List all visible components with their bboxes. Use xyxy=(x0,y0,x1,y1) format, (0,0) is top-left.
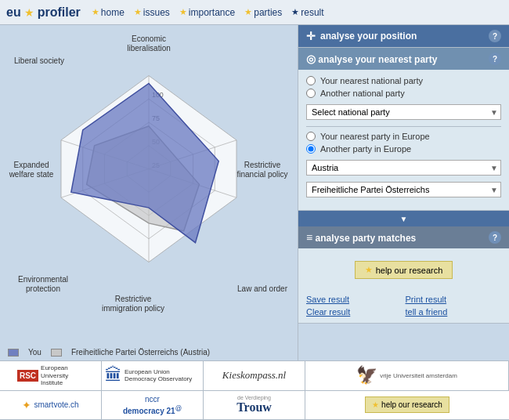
rsc-text: European University Institute xyxy=(41,364,84,387)
save-result-link[interactable]: Save result xyxy=(306,295,403,304)
radio-europe-nearest[interactable]: Your nearest party in Europe xyxy=(306,132,501,141)
radar-svg: 100 75 50 25 xyxy=(8,33,290,313)
legend-you-label: You xyxy=(28,348,42,357)
footer-trouw: de Verdieping Trouw xyxy=(204,391,305,420)
header: eu ★ profiler ★home ★issues ★importance … xyxy=(0,0,509,25)
footer-eudo: 🏛 European Union Democracy Observatory xyxy=(102,361,204,391)
nav-star-issues: ★ xyxy=(134,7,142,17)
national-party-group: Your nearest national party Another nati… xyxy=(306,76,501,98)
legend-you-box xyxy=(8,349,19,357)
footer-kieskompass: Kieskompass.nl xyxy=(204,361,305,391)
kieskompass-logo: Kieskompass.nl xyxy=(222,369,286,382)
legend-party-label: Freiheitliche Partei Österreichs (Austri… xyxy=(71,348,210,357)
radio-europe-another[interactable]: Another party in Europe xyxy=(306,144,501,154)
analyse-nearest-help[interactable]: ? xyxy=(489,52,501,65)
radio-europe-another-input[interactable] xyxy=(306,144,316,154)
rsc-logo: RSC European University Institute xyxy=(17,364,84,387)
trouw-logo: de Verdieping Trouw xyxy=(236,395,272,415)
nav-star-parties: ★ xyxy=(244,7,252,17)
action-grid: Save result Print result Clear result te… xyxy=(298,291,509,323)
nav-star-result: ★ xyxy=(291,7,299,17)
footer-help-research-btn[interactable]: ★ help our research xyxy=(365,396,449,413)
analyse-nearest-content: Your nearest national party Another nati… xyxy=(298,70,509,210)
analyse-matches-help[interactable]: ? xyxy=(489,231,501,244)
national-party-select-wrapper: Select national party ▼ xyxy=(306,104,501,120)
analyse-position-header: ✛ analyse your position ? xyxy=(298,25,509,47)
party-select-wrapper: Freiheitliche Partei Österreichs SPÖ ÖVP… xyxy=(306,182,501,197)
radio-national-nearest-input[interactable] xyxy=(306,76,316,85)
tell-friend-link[interactable]: tell a friend xyxy=(406,307,502,317)
analyse-position-section: ✛ analyse your position ? xyxy=(298,25,509,48)
analyse-matches-title: analyse party matches xyxy=(316,233,417,244)
vu-icon: 🦅 xyxy=(356,365,377,386)
smartvote-logo: ✦ smartvote.ch xyxy=(22,399,78,411)
print-result-link[interactable]: Print result xyxy=(406,295,502,304)
radio-national-another[interactable]: Another national party xyxy=(306,89,501,98)
nav-issues[interactable]: ★issues xyxy=(134,7,170,18)
analyse-nearest-header-left: ◎ analyse your nearest party xyxy=(306,52,437,65)
analyse-nearest-header: ◎ analyse your nearest party ? xyxy=(298,48,509,70)
nav-star-home: ★ xyxy=(92,7,99,17)
footer-help-research[interactable]: ★ help our research xyxy=(305,391,509,420)
right-panel: ✛ analyse your position ? ◎ analyse your… xyxy=(298,25,509,360)
party-select[interactable]: Freiheitliche Partei Österreichs SPÖ ÖVP xyxy=(306,182,501,197)
move-icon: ✛ xyxy=(306,30,316,42)
analyse-position-title: analyse your position xyxy=(320,31,417,42)
smartvote-icon: ✦ xyxy=(22,399,31,411)
help-research-star: ★ xyxy=(365,265,373,275)
analyse-matches-header: ≡ analyse party matches ? xyxy=(298,226,509,248)
smartvote-text: smartvote.ch xyxy=(34,400,78,409)
scroll-indicator: ▼ xyxy=(298,211,509,226)
help-research-button[interactable]: ★ help our research xyxy=(355,261,453,279)
compass-icon: ◎ xyxy=(306,52,316,65)
eudo-logo: 🏛 European Union Democracy Observatory xyxy=(105,365,200,386)
nccr-text: nccrdemocracy 21@ xyxy=(123,394,182,416)
footer-vu: 🦅 vrije Universiteit amsterdam xyxy=(305,361,509,391)
main-content: Economic liberalisation Liberal society … xyxy=(0,25,509,360)
analyse-nearest-section: ◎ analyse your nearest party ? Your near… xyxy=(298,48,509,211)
country-select-wrapper: Austria Belgium France Germany ▼ xyxy=(306,160,501,176)
nav-result[interactable]: ★result xyxy=(291,7,323,18)
radio-europe-nearest-input[interactable] xyxy=(306,132,316,141)
logo-eu: eu xyxy=(6,5,21,20)
analyse-matches-header-left: ≡ analyse party matches xyxy=(306,231,416,244)
nav-home[interactable]: ★home xyxy=(92,7,125,18)
vu-text: vrije Universiteit amsterdam xyxy=(380,372,457,379)
footer-rsc: RSC European University Institute xyxy=(0,361,102,391)
analyse-position-help[interactable]: ? xyxy=(489,30,501,42)
eudo-text: European Union Democracy Observatory xyxy=(125,368,200,383)
legend-party-box xyxy=(51,349,62,357)
footer-help-star: ★ xyxy=(372,400,379,409)
radio-national-another-input[interactable] xyxy=(306,89,316,98)
analyse-matches-content: ★ help our research xyxy=(298,248,509,291)
nav-star-importance: ★ xyxy=(179,7,187,17)
matches-icon: ≡ xyxy=(306,231,312,244)
nav-parties[interactable]: ★parties xyxy=(244,7,282,18)
clear-result-link[interactable]: Clear result xyxy=(306,307,403,317)
divider xyxy=(306,126,501,127)
radar-container: Economic liberalisation Liberal society … xyxy=(8,33,290,337)
chart-panel: Economic liberalisation Liberal society … xyxy=(0,25,298,360)
analyse-matches-section: ≡ analyse party matches ? ★ help our res… xyxy=(298,226,509,324)
europe-party-group: Your nearest party in Europe Another par… xyxy=(306,132,501,154)
footer: RSC European University Institute 🏛 Euro… xyxy=(0,360,509,420)
nav-importance[interactable]: ★importance xyxy=(179,7,235,18)
national-party-select[interactable]: Select national party xyxy=(306,104,501,120)
trouw-title: Trouw xyxy=(236,400,272,415)
radio-national-nearest[interactable]: Your nearest national party xyxy=(306,76,501,85)
footer-smartvote: ✦ smartvote.ch xyxy=(0,391,102,420)
trouw-subtitle: de Verdieping xyxy=(236,395,272,400)
main-nav: ★home ★issues ★importance ★parties ★resu… xyxy=(92,7,324,18)
chart-legend: You Freiheitliche Partei Österreichs (Au… xyxy=(8,348,210,357)
country-select[interactable]: Austria Belgium France Germany xyxy=(306,160,501,176)
eudo-icon: 🏛 xyxy=(105,365,122,386)
footer-help-text: help our research xyxy=(381,400,442,409)
footer-nccr: nccrdemocracy 21@ xyxy=(102,391,204,420)
scroll-arrow-icon: ▼ xyxy=(400,215,408,223)
analyse-position-header-left: ✛ analyse your position xyxy=(306,30,417,42)
logo-profiler: profiler xyxy=(38,5,81,20)
logo-star: ★ xyxy=(24,6,34,19)
analyse-nearest-title: analyse your nearest party xyxy=(318,54,437,65)
rsc-badge: RSC xyxy=(17,370,38,382)
